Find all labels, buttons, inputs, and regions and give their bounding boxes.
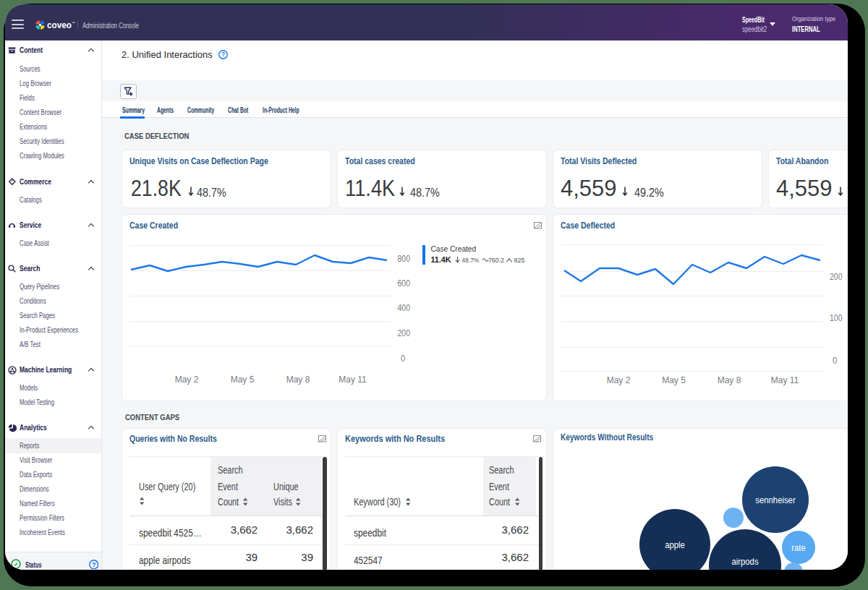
- svg-text:0: 0: [833, 356, 837, 366]
- svg-text:Case Created: Case Created: [430, 244, 476, 253]
- svg-text:May 11: May 11: [771, 375, 799, 385]
- svg-text:825: 825: [514, 257, 525, 264]
- svg-text:May 11: May 11: [339, 375, 367, 385]
- svg-text:100: 100: [830, 313, 843, 323]
- svg-text:400: 400: [398, 303, 411, 313]
- svg-text:0: 0: [401, 354, 405, 364]
- svg-text:?: ?: [221, 51, 225, 58]
- svg-text:May 8: May 8: [718, 375, 741, 385]
- svg-text:11.4K: 11.4K: [430, 255, 451, 264]
- svg-text:?: ?: [91, 560, 95, 568]
- svg-text:200: 200: [830, 272, 843, 282]
- svg-text:May 8: May 8: [286, 375, 310, 385]
- svg-text:May 5: May 5: [231, 375, 255, 385]
- svg-text:May 5: May 5: [662, 375, 686, 385]
- svg-text:600: 600: [398, 278, 411, 288]
- svg-text:800: 800: [398, 254, 411, 264]
- svg-text:May 2: May 2: [607, 375, 631, 385]
- svg-text:May 2: May 2: [175, 375, 199, 385]
- svg-text:760.2: 760.2: [488, 257, 504, 264]
- svg-text:200: 200: [398, 328, 411, 338]
- svg-text:48.7%: 48.7%: [462, 257, 480, 264]
